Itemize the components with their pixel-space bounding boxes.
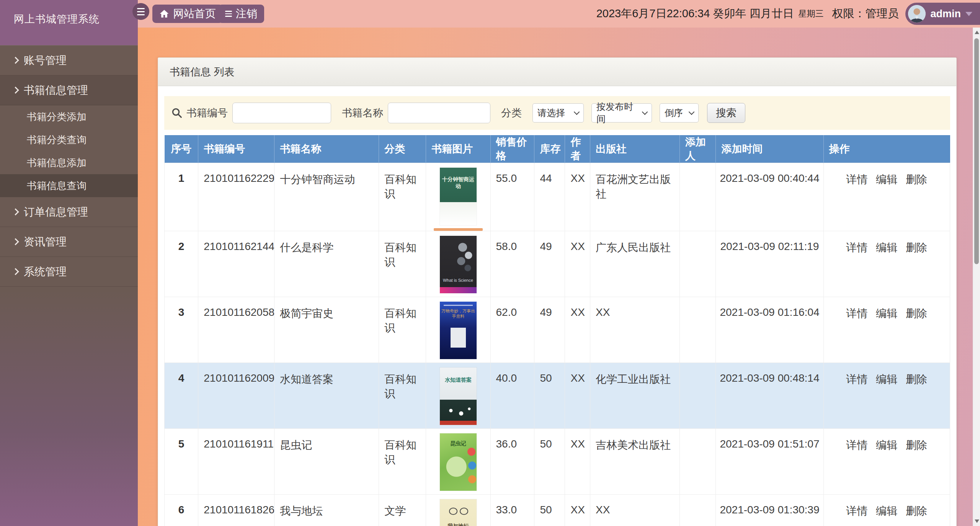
detail-link[interactable]: 详情 — [846, 373, 867, 385]
detail-link[interactable]: 详情 — [846, 242, 867, 253]
cell-code: 2101011620093 — [198, 363, 274, 429]
book-cover: 十分钟智商运动 — [440, 168, 477, 225]
cell-price: 58.0 — [490, 231, 534, 297]
cell-stock: 49 — [534, 231, 565, 297]
delete-link[interactable]: 删除 — [906, 242, 927, 253]
sidebar-subitem-category-add[interactable]: 书籍分类添加 — [0, 105, 138, 128]
book-submenu: 书籍分类添加 书籍分类查询 书籍信息添加 书籍信息查询 — [0, 105, 138, 197]
edit-link[interactable]: 编辑 — [876, 439, 897, 451]
detail-link[interactable]: 详情 — [846, 173, 867, 185]
sidebar-subitem-book-query[interactable]: 书籍信息查询 — [0, 174, 138, 197]
cell-name: 我与地坛 — [274, 495, 379, 526]
table-row: 6 2101011618260 我与地坛 文学 我与地坛 33.0 50 XX … — [165, 495, 950, 526]
user-menu[interactable]: admin — [905, 3, 980, 25]
cell-cover: 万物奇妙，万事出乎意料 — [426, 297, 490, 363]
home-button[interactable]: 网站首页 — [152, 5, 223, 23]
book-cover-text: What is Science — [440, 278, 477, 283]
chevron-right-icon — [12, 57, 19, 64]
edit-link[interactable]: 编辑 — [876, 173, 897, 185]
caret-down-icon — [965, 12, 972, 16]
cell-author: XX — [565, 163, 590, 231]
category-label: 分类 — [501, 106, 522, 120]
sidebar-item-label: 系统管理 — [24, 265, 67, 279]
delete-link[interactable]: 删除 — [906, 505, 927, 517]
cell-publisher: XX — [590, 495, 680, 526]
delete-link[interactable]: 删除 — [906, 307, 927, 319]
col-code: 书籍编号 — [198, 135, 274, 163]
cell-price: 36.0 — [490, 429, 534, 495]
search-bar: 书籍编号 书籍名称 分类 请选择 按发布时间 倒序 搜索 — [164, 96, 950, 130]
sidebar: 网上书城管理系统 账号管理 书籍信息管理 书籍分类添加 书籍分类查询 书籍信息添… — [0, 0, 138, 526]
sidebar-toggle-button[interactable] — [132, 3, 149, 20]
cell-time: 2021-03-09 00:48:14 — [716, 363, 823, 429]
detail-link[interactable]: 详情 — [846, 505, 867, 517]
sidebar-item-news[interactable]: 资讯管理 — [0, 227, 138, 257]
cell-cover: 水知道答案 — [426, 363, 490, 429]
cell-seq: 1 — [165, 163, 198, 231]
cell-name: 什么是科学 — [274, 231, 379, 297]
cell-actions: 详情 编辑 删除 — [823, 297, 950, 363]
book-cover-text: 水知道答案 — [440, 377, 477, 384]
delete-link[interactable]: 删除 — [906, 173, 927, 185]
edit-link[interactable]: 编辑 — [876, 242, 897, 253]
search-button[interactable]: 搜索 — [707, 103, 745, 123]
header-right: 2023年6月7日22:06:34 癸卯年 四月廿日 星期三 权限：管理员 ad… — [596, 0, 980, 28]
edit-link[interactable]: 编辑 — [876, 373, 897, 385]
role-text: 权限：管理员 — [832, 6, 898, 21]
cell-adder — [680, 429, 716, 495]
cell-code: 2101011621440 — [198, 231, 274, 297]
cell-category: 百科知识 — [379, 163, 426, 231]
book-code-input[interactable] — [232, 103, 331, 123]
sidebar-item-book-management[interactable]: 书籍信息管理 — [0, 75, 138, 105]
chevron-down-icon — [574, 109, 580, 115]
cell-category: 文学 — [379, 495, 426, 526]
cell-code: 2101011619112 — [198, 429, 274, 495]
datetime-text: 2023年6月7日22:06:34 癸卯年 四月廿日 — [596, 6, 794, 21]
detail-link[interactable]: 详情 — [846, 439, 867, 451]
cell-stock: 50 — [534, 429, 565, 495]
search-icon — [171, 107, 183, 119]
sidebar-item-orders[interactable]: 订单信息管理 — [0, 197, 138, 227]
sidebar-item-label: 书籍信息管理 — [24, 83, 88, 98]
cell-adder — [680, 363, 716, 429]
logout-button[interactable]: 注销 — [218, 5, 264, 23]
cell-code: 2101011622294 — [198, 163, 274, 231]
category-select[interactable]: 请选择 — [532, 103, 584, 123]
cell-code: 2101011620584 — [198, 297, 274, 363]
col-publisher: 出版社 — [590, 135, 680, 163]
cell-adder — [680, 495, 716, 526]
sidebar-subitem-category-query[interactable]: 书籍分类查询 — [0, 128, 138, 151]
edit-link[interactable]: 编辑 — [876, 505, 897, 517]
delete-link[interactable]: 删除 — [906, 439, 927, 451]
cell-time: 2021-03-09 01:16:04 — [716, 297, 823, 363]
cell-time: 2021-03-09 01:30:39 — [716, 495, 823, 526]
chevron-right-icon — [12, 87, 19, 93]
scrollbar-thumb[interactable] — [974, 38, 979, 264]
delete-link[interactable]: 删除 — [906, 373, 927, 385]
cell-actions: 详情 编辑 删除 — [823, 363, 950, 429]
sidebar-item-system[interactable]: 系统管理 — [0, 257, 138, 287]
book-cover-text: 万物奇妙，万事出乎意料 — [440, 309, 477, 319]
cell-category: 百科知识 — [379, 231, 426, 297]
cell-time: 2021-03-09 02:11:19 — [716, 231, 823, 297]
table-row: 3 2101011620584 极简宇宙史 百科知识 万物奇妙，万事出乎意料 6… — [165, 297, 950, 363]
detail-link[interactable]: 详情 — [846, 307, 867, 319]
sort-field-select[interactable]: 按发布时间 — [591, 103, 652, 123]
cell-name: 水知道答案 — [274, 363, 379, 429]
cell-author: XX — [565, 363, 590, 429]
sort-order-select[interactable]: 倒序 — [660, 103, 699, 123]
category-select-value: 请选择 — [537, 107, 565, 119]
cell-actions: 详情 编辑 删除 — [823, 163, 950, 231]
sidebar-item-account[interactable]: 账号管理 — [0, 46, 138, 75]
scroll-down-arrow-icon[interactable] — [975, 519, 979, 523]
scrollbar[interactable] — [973, 28, 980, 526]
cell-actions: 详情 编辑 删除 — [823, 429, 950, 495]
sidebar-subitem-book-add[interactable]: 书籍信息添加 — [0, 151, 138, 174]
scroll-up-arrow-icon[interactable] — [975, 31, 979, 34]
book-cover: 我与地坛 — [440, 499, 477, 526]
book-name-input[interactable] — [388, 103, 490, 123]
page-title: 书籍信息 列表 — [170, 65, 235, 79]
cell-price: 55.0 — [490, 163, 534, 231]
cell-stock: 49 — [534, 297, 565, 363]
edit-link[interactable]: 编辑 — [876, 307, 897, 319]
